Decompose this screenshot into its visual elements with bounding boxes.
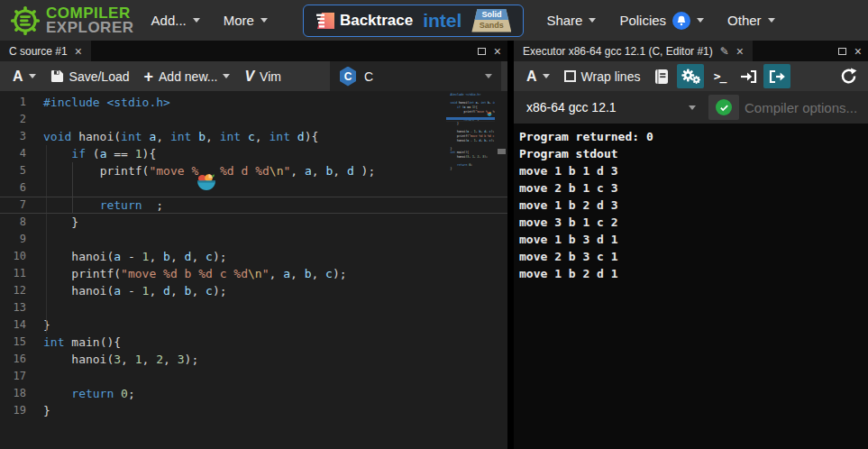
stdin-button[interactable] <box>735 64 762 88</box>
menu-policies[interactable]: Policies <box>608 0 716 41</box>
stdout-line: move 2 b 1 c 3 <box>519 179 868 197</box>
line-number: 6 <box>0 179 26 197</box>
compiler-options-input[interactable] <box>745 100 863 115</box>
gear-logo-icon <box>9 5 41 37</box>
line-number: 2 <box>0 111 26 128</box>
bell-icon <box>676 15 687 26</box>
wrap-lines-checkbox[interactable]: Wrap lines <box>558 64 647 88</box>
compiler-output-button[interactable] <box>677 64 704 88</box>
add-new-button[interactable]: + Add new... <box>138 64 237 88</box>
panel-divider[interactable] <box>507 41 514 449</box>
font-size-button[interactable]: A <box>6 64 42 88</box>
chevron-down-icon <box>193 18 200 23</box>
workspace: C source #1 × × A Save/Load <box>0 41 868 449</box>
chevron-down-icon <box>543 74 550 78</box>
font-size-button[interactable]: A <box>520 64 556 88</box>
chevron-down-icon <box>697 18 704 23</box>
chevron-down-icon <box>689 105 696 110</box>
code-line-19[interactable]: 19} <box>0 402 507 419</box>
sponsor-banner[interactable]: Backtrace intel Solid Sands <box>303 5 524 37</box>
line-number: 17 <box>0 368 26 385</box>
program-output[interactable]: Program returned: 0 Program stdout move … <box>514 124 868 449</box>
editor-toolbar: A Save/Load + Add new... V Vim <box>0 61 507 91</box>
compiler-explorer-logo[interactable]: COMPILER EXPLORER <box>7 5 140 37</box>
chevron-down-icon <box>589 18 596 23</box>
minimap[interactable]: 1#include <stdio.h>23void hanoi(int a, i… <box>446 93 495 194</box>
code-line-17[interactable]: 17 <box>0 368 507 385</box>
rename-tab-icon[interactable]: ✎ <box>720 45 729 58</box>
menu-more[interactable]: More <box>212 0 279 41</box>
language-select[interactable]: C C <box>330 61 501 91</box>
vim-icon: V <box>244 69 254 85</box>
menu-share[interactable]: Share <box>535 0 608 41</box>
code-line-18[interactable]: 18 return 0; <box>0 385 507 402</box>
close-panel-icon[interactable]: × <box>854 45 862 58</box>
stdout-line: move 1 b 2 d 3 <box>519 197 868 214</box>
code-line-2[interactable]: 2 <box>0 111 507 128</box>
code-line-6[interactable]: 6 <box>0 179 507 197</box>
indent-guide <box>46 145 47 334</box>
close-panel-icon[interactable]: × <box>494 45 501 58</box>
code-line-5[interactable]: 5 printf("move % %d d %d\n", a, b, d ); <box>446 109 495 114</box>
code-line-8[interactable]: 8 } <box>0 214 507 231</box>
code-line-3[interactable]: 3void hanoi(int a, int b, int c, int d){ <box>0 128 507 145</box>
line-number: 5 <box>0 162 26 179</box>
vim-toggle-button[interactable]: V Vim <box>238 64 288 88</box>
save-load-button[interactable]: Save/Load <box>44 64 136 88</box>
code-line-7[interactable]: 7 return ; <box>0 197 507 214</box>
close-tab-icon[interactable]: × <box>75 45 82 58</box>
line-number: 18 <box>0 385 26 402</box>
code-editor[interactable]: 1#include <stdio.h>23void hanoi(int a, i… <box>0 91 507 449</box>
minimap-highlight <box>446 117 495 120</box>
menu-other[interactable]: Other <box>716 0 787 41</box>
tab-executor[interactable]: Executor x86-64 gcc 12.1 (C, Editor #1) … <box>514 41 753 61</box>
execution-arguments-button[interactable]: >_ <box>706 64 733 88</box>
code-line-16[interactable]: 16 hanoi(3, 1, 2, 3); <box>0 351 507 368</box>
code-line-15[interactable]: 15int main(){ <box>0 334 507 351</box>
line-number: 14 <box>0 316 26 334</box>
line-number: 12 <box>0 282 26 299</box>
execution-results-button[interactable] <box>763 64 790 88</box>
code-line-12[interactable]: 12 hanoi(a - 1, d, b, c); <box>446 138 495 142</box>
code-line-14[interactable]: 14} <box>0 316 507 334</box>
solid-sands-logo[interactable]: Solid Sands <box>471 9 511 32</box>
code-line-11[interactable]: 11 printf("move %d b %d c %d\n", a, b, c… <box>0 265 507 282</box>
program-returned-line: Program returned: 0 <box>519 128 868 145</box>
sign-in-icon <box>740 69 757 84</box>
scrollbar-thumb[interactable] <box>498 149 506 154</box>
code-line-1[interactable]: 1#include <stdio.h> <box>0 94 507 111</box>
notification-bell-badge[interactable] <box>672 12 690 30</box>
tab-c-source-1[interactable]: C source #1 × <box>0 41 91 61</box>
program-stdout-header: Program stdout <box>519 145 868 162</box>
line-number: 4 <box>0 145 26 162</box>
line-number: 9 <box>0 231 26 248</box>
close-tab-icon[interactable]: × <box>736 45 744 58</box>
intel-logo[interactable]: intel <box>423 10 461 32</box>
maximize-panel-icon[interactable] <box>838 48 846 55</box>
code-line-16[interactable]: 16 hanoi(3, 1, 2, 3); <box>446 154 495 159</box>
chevron-down-icon <box>223 74 230 78</box>
code-line-13[interactable]: 13 <box>0 299 507 316</box>
editor-tab-row: C source #1 × × <box>0 41 507 61</box>
compilation-output-button[interactable] <box>648 64 675 88</box>
line-number: 1 <box>0 94 26 111</box>
save-icon <box>50 69 64 83</box>
code-line-12[interactable]: 12 hanoi(a - 1, d, b, c); <box>0 282 507 299</box>
refresh-icon <box>840 68 857 85</box>
code-line-4[interactable]: 4 if (a == 1){ <box>0 145 507 162</box>
code-line-19[interactable]: 19} <box>446 167 495 171</box>
backtrace-logo[interactable]: Backtrace <box>315 12 413 30</box>
c-language-icon: C <box>339 67 357 87</box>
compile-status-button[interactable] <box>708 95 739 120</box>
compiler-select[interactable]: x86-64 gcc 12.1 <box>519 95 703 120</box>
line-number: 8 <box>0 214 26 231</box>
maximize-panel-icon[interactable] <box>478 48 486 55</box>
code-line-10[interactable]: 10 hanoi(a - 1, b, d, c); <box>0 248 507 265</box>
line-number: 7 <box>0 197 26 214</box>
recompile-button[interactable] <box>835 64 862 88</box>
chevron-down-icon <box>260 18 268 23</box>
menu-add[interactable]: Add... <box>140 0 212 41</box>
code-line-5[interactable]: 5 printf("move % %d d %d\n", a, b, d ); <box>0 162 507 179</box>
check-circle-icon <box>716 99 732 115</box>
code-line-9[interactable]: 9 <box>0 231 507 248</box>
